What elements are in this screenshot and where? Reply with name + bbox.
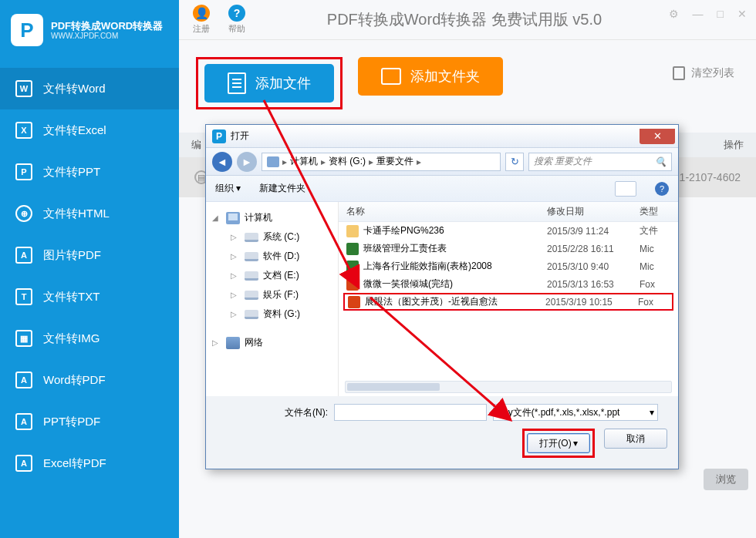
drive-icon xyxy=(245,291,258,300)
view-mode-button[interactable] xyxy=(615,181,636,197)
toolbar: 添加文件 添加文件夹 清空列表 xyxy=(179,40,756,133)
file-filter-select[interactable]: Any文件(*.pdf,*.xls,*.xlsx,*.ppt▾ xyxy=(493,404,658,421)
sidebar-item-label: 图片转PDF xyxy=(43,248,101,263)
tree-drive-c[interactable]: ▷系统 (C:) xyxy=(211,227,333,247)
xls-icon xyxy=(346,243,359,255)
sidebar-item-word2pdf[interactable]: AWord转PDF xyxy=(0,359,179,401)
sidebar-item-ppt2pdf[interactable]: APPT转PDF xyxy=(0,401,179,442)
sidebar-item-excel[interactable]: X文件转Excel xyxy=(0,109,179,151)
file-list: 名称 修改日期 类型 卡通手绘PNG%2362015/3/9 11:24文件 班… xyxy=(339,202,678,396)
search-icon: 🔍 xyxy=(655,156,667,167)
highlight-box-add-file: 添加文件 xyxy=(196,57,343,109)
tree-drive-e[interactable]: ▷文档 (E:) xyxy=(211,266,333,285)
clear-list-button[interactable]: 清空列表 xyxy=(673,66,734,80)
trash-icon xyxy=(673,66,685,80)
clear-list-label: 清空列表 xyxy=(691,66,734,80)
user-icon: 👤 xyxy=(193,5,210,22)
dialog-footer: 文件名(N): Any文件(*.pdf,*.xls,*.xlsx,*.ppt▾ … xyxy=(206,396,678,469)
sidebar-item-label: 文件转Word xyxy=(43,82,106,96)
pdf-icon: A xyxy=(15,247,32,264)
open-file-dialog: P 打开 ✕ ◄ ► ▸计算机 ▸资料 (G:) ▸重要文件 ▸ ↻ 搜索 重要… xyxy=(205,124,679,469)
settings-icon[interactable]: ⚙ xyxy=(669,8,679,20)
tree-drive-d[interactable]: ▷软件 (D:) xyxy=(211,247,333,266)
computer-icon xyxy=(226,212,240,224)
tree-computer[interactable]: ◢计算机 xyxy=(211,208,333,227)
col-type[interactable]: 类型 xyxy=(640,205,670,218)
sidebar: P PDF转换成WORD转换器 WWW.XJPDF.COM W文件转Word X… xyxy=(0,0,179,538)
dialog-help-button[interactable]: ? xyxy=(655,182,669,196)
pdf-icon xyxy=(346,278,359,291)
drive-icon xyxy=(245,252,258,261)
dialog-toolbar: 组织 ▾ 新建文件夹 ? xyxy=(206,176,678,202)
dialog-app-icon: P xyxy=(212,129,226,143)
folder-icon xyxy=(381,68,401,85)
add-file-button[interactable]: 添加文件 xyxy=(204,64,334,103)
col-edit: 编 xyxy=(191,138,201,152)
tree-drive-g[interactable]: ▷资料 (G:) xyxy=(211,304,333,324)
help-label: 帮助 xyxy=(228,23,245,35)
register-label: 注册 xyxy=(193,23,210,35)
highlight-box-open-button: 打开(O)▾ xyxy=(522,429,595,458)
col-name[interactable]: 名称 xyxy=(346,205,547,218)
titlebar: 👤 注册 ? 帮助 PDF转换成Word转换器 免费试用版 v5.0 ⚙ — □… xyxy=(179,0,756,40)
add-file-label: 添加文件 xyxy=(255,74,311,92)
drive-icon xyxy=(245,310,258,319)
sidebar-item-word[interactable]: W文件转Word xyxy=(0,68,179,109)
organize-menu[interactable]: 组织 ▾ xyxy=(215,182,241,195)
sidebar-item-html[interactable]: ⊕文件转HTML xyxy=(0,193,179,234)
dialog-titlebar[interactable]: P 打开 ✕ xyxy=(206,125,678,148)
new-folder-button[interactable]: 新建文件夹 xyxy=(259,182,305,195)
file-row-selected[interactable]: 展眼法（图文并茂）-近视自愈法2015/3/19 10:15Fox xyxy=(345,294,672,309)
pdf-icon: A xyxy=(15,372,32,388)
highlight-box-file-selection: 展眼法（图文并茂）-近视自愈法2015/3/19 10:15Fox xyxy=(343,293,673,311)
pdf-icon: A xyxy=(15,455,32,472)
pdf-icon xyxy=(348,296,360,308)
file-row[interactable]: 班级管理分工责任表2015/2/28 16:11Mic xyxy=(339,240,678,257)
tree-network[interactable]: ▷网络 xyxy=(211,333,333,352)
file-row[interactable]: 上海各行业能效指南(表格)20082015/3/10 9:40Mic xyxy=(339,257,678,275)
nav-back-button[interactable]: ◄ xyxy=(212,152,232,172)
register-button[interactable]: 👤 注册 xyxy=(193,5,210,35)
drive-icon xyxy=(245,233,258,242)
file-list-header: 名称 修改日期 类型 xyxy=(339,202,678,222)
sidebar-item-label: 文件转Excel xyxy=(43,123,106,138)
sidebar-item-ppt[interactable]: P文件转PPT xyxy=(0,151,179,193)
chevron-down-icon: ▾ xyxy=(650,407,654,418)
sidebar-item-label: 文件转TXT xyxy=(43,290,100,304)
file-row[interactable]: 微微一笑很倾城(完结)2015/3/13 16:53Fox xyxy=(339,275,678,293)
maximize-icon[interactable]: □ xyxy=(717,8,724,20)
sidebar-item-txt[interactable]: T文件转TXT xyxy=(0,276,179,318)
logo-subtitle: WWW.XJPDF.COM xyxy=(51,32,163,40)
sidebar-item-img[interactable]: ▦文件转IMG xyxy=(0,318,179,359)
open-button[interactable]: 打开(O)▾ xyxy=(527,433,590,453)
folder-tree: ◢计算机 ▷系统 (C:) ▷软件 (D:) ▷文档 (E:) ▷娱乐 (F:)… xyxy=(206,202,339,396)
add-folder-button[interactable]: 添加文件夹 xyxy=(358,57,503,96)
horizontal-scrollbar[interactable] xyxy=(345,381,672,393)
logo-title: PDF转换成WORD转换器 xyxy=(51,20,163,32)
dialog-title: 打开 xyxy=(231,129,249,143)
browse-button[interactable]: 浏览 xyxy=(704,469,748,490)
help-icon: ? xyxy=(228,5,245,22)
minimize-icon[interactable]: — xyxy=(693,8,704,20)
cancel-button[interactable]: 取消 xyxy=(604,429,667,449)
filename-label: 文件名(N): xyxy=(285,406,328,419)
ppt-icon: P xyxy=(15,163,32,180)
col-date[interactable]: 修改日期 xyxy=(547,205,640,218)
tree-drive-f[interactable]: ▷娱乐 (F:) xyxy=(211,285,333,304)
logo-icon: P xyxy=(11,14,43,46)
path-breadcrumb[interactable]: ▸计算机 ▸资料 (G:) ▸重要文件 ▸ xyxy=(262,153,501,171)
search-input[interactable]: 搜索 重要文件 🔍 xyxy=(528,153,672,171)
dialog-close-button[interactable]: ✕ xyxy=(640,129,675,144)
sidebar-item-img2pdf[interactable]: A图片转PDF xyxy=(0,234,179,276)
help-button[interactable]: ? 帮助 xyxy=(228,5,245,35)
file-row[interactable]: 卡通手绘PNG%2362015/3/9 11:24文件 xyxy=(339,222,678,240)
sidebar-item-excel2pdf[interactable]: AExcel转PDF xyxy=(0,442,179,484)
excel-icon: X xyxy=(15,122,32,139)
close-icon[interactable]: ✕ xyxy=(737,8,747,20)
nav-forward-button[interactable]: ► xyxy=(237,152,257,172)
pdf-icon: A xyxy=(15,413,32,430)
computer-icon xyxy=(267,156,279,167)
sidebar-item-label: Word转PDF xyxy=(43,373,106,388)
refresh-button[interactable]: ↻ xyxy=(505,153,524,171)
filename-input[interactable] xyxy=(334,404,487,421)
